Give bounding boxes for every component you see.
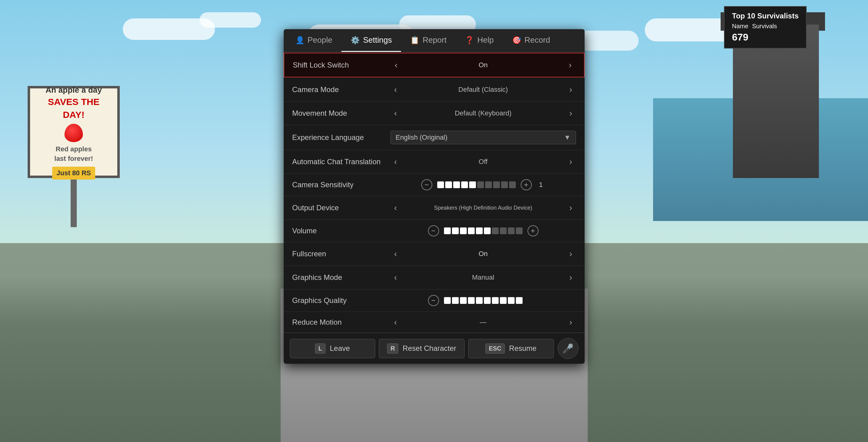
- fullscreen-control: ‹ On ›: [391, 248, 576, 260]
- leave-button[interactable]: L Leave: [290, 339, 375, 358]
- settings-list: Shift Lock Switch ‹ On › Camera Mode ‹ D…: [284, 53, 585, 333]
- reset-label: Reset Character: [403, 344, 456, 353]
- resume-label: Resume: [509, 344, 536, 353]
- auto-chat-value: Off: [406, 158, 561, 166]
- setting-movement-mode: Movement Mode ‹ Default (Keyboard) ›: [284, 102, 585, 125]
- setting-volume: Volume − +: [284, 220, 585, 242]
- settings-dialog: 👤 People ⚙️ Settings 📋 Report ❓ Help 🎯 R…: [284, 29, 585, 364]
- graphics-quality-label: Graphics Quality: [292, 296, 391, 305]
- camera-mode-value: Default (Classic): [406, 86, 561, 94]
- graphics-mode-next[interactable]: ›: [565, 271, 576, 284]
- tab-settings[interactable]: ⚙️ Settings: [341, 29, 401, 52]
- tab-record[interactable]: 🎯 Record: [503, 29, 559, 52]
- movement-mode-label: Movement Mode: [292, 109, 391, 118]
- vol-seg-6: [484, 227, 491, 234]
- resume-button[interactable]: ESC Resume: [468, 339, 554, 358]
- reset-key-badge: R: [387, 344, 398, 354]
- fullscreen-next[interactable]: ›: [565, 248, 576, 260]
- vol-seg-10: [516, 227, 523, 234]
- gq-seg-8: [500, 297, 507, 304]
- setting-output-device: Output Device ‹ Speakers (High Definitio…: [284, 196, 585, 220]
- vol-seg-3: [460, 227, 467, 234]
- output-device-control: ‹ Speakers (High Definition Audio Device…: [391, 202, 576, 214]
- leave-key-badge: L: [315, 344, 326, 354]
- graphics-mode-value: Manual: [406, 274, 561, 281]
- gq-seg-6: [484, 297, 491, 304]
- seg-1: [437, 181, 444, 188]
- movement-mode-next[interactable]: ›: [565, 107, 576, 119]
- vol-seg-2: [452, 227, 459, 234]
- vol-seg-4: [468, 227, 475, 234]
- auto-chat-next[interactable]: ›: [565, 156, 576, 168]
- volume-minus[interactable]: −: [428, 225, 439, 236]
- camera-mode-label: Camera Mode: [292, 85, 391, 94]
- vol-seg-5: [476, 227, 483, 234]
- fullscreen-prev[interactable]: ‹: [391, 248, 401, 260]
- movement-mode-value: Default (Keyboard): [406, 109, 561, 117]
- seg-6: [477, 181, 484, 188]
- camera-sensitivity-control: − + 1: [391, 179, 576, 190]
- seg-3: [453, 181, 460, 188]
- tab-report[interactable]: 📋 Report: [401, 29, 456, 52]
- movement-mode-prev[interactable]: ‹: [391, 107, 401, 119]
- mic-button[interactable]: 🎤: [558, 338, 579, 359]
- reduce-motion-control: ‹ — ›: [391, 316, 576, 328]
- output-device-next[interactable]: ›: [565, 202, 576, 214]
- vol-seg-8: [500, 227, 507, 234]
- reduce-motion-prev[interactable]: ‹: [391, 316, 401, 328]
- setting-camera-sensitivity: Camera Sensitivity −: [284, 174, 585, 196]
- shift-lock-next[interactable]: ›: [565, 59, 575, 71]
- graphics-quality-minus[interactable]: −: [428, 295, 439, 306]
- gq-seg-3: [460, 297, 467, 304]
- auto-chat-label: Automatic Chat Translation: [292, 157, 391, 166]
- seg-8: [493, 181, 500, 188]
- fullscreen-label: Fullscreen: [292, 250, 391, 258]
- output-device-label: Output Device: [292, 203, 391, 212]
- resume-key-badge: ESC: [486, 344, 505, 354]
- shift-lock-label: Shift Lock Switch: [293, 61, 391, 69]
- graphics-quality-control: − +: [391, 295, 576, 306]
- shift-lock-prev[interactable]: ‹: [391, 59, 401, 71]
- tab-settings-label: Settings: [363, 35, 392, 45]
- leave-label: Leave: [330, 344, 350, 353]
- language-dropdown[interactable]: English (Original) ▼: [391, 131, 576, 144]
- output-device-prev[interactable]: ‹: [391, 202, 401, 214]
- tab-people[interactable]: 👤 People: [286, 29, 342, 52]
- graphics-quality-track: [444, 297, 523, 304]
- seg-7: [485, 181, 492, 188]
- camera-mode-next[interactable]: ›: [565, 84, 576, 96]
- camera-sensitivity-minus[interactable]: −: [421, 179, 432, 190]
- language-dropdown-value: English (Original): [396, 133, 448, 141]
- gq-seg-4: [468, 297, 475, 304]
- vol-seg-1: [444, 227, 451, 234]
- report-icon: 📋: [410, 36, 420, 44]
- reduce-motion-next[interactable]: ›: [565, 316, 576, 328]
- tab-help-label: Help: [477, 35, 493, 45]
- vol-seg-7: [492, 227, 499, 234]
- mic-icon: 🎤: [562, 343, 574, 354]
- auto-chat-prev[interactable]: ‹: [391, 156, 401, 168]
- gq-seg-7: [492, 297, 499, 304]
- reduce-motion-value: —: [406, 318, 561, 326]
- gq-seg-1: [444, 297, 451, 304]
- tab-help[interactable]: ❓ Help: [456, 29, 503, 52]
- camera-mode-prev[interactable]: ‹: [391, 84, 401, 96]
- dropdown-arrow-icon: ▼: [564, 133, 571, 141]
- volume-control: − +: [391, 225, 576, 236]
- tab-report-label: Report: [423, 35, 446, 45]
- camera-sensitivity-plus[interactable]: +: [521, 179, 532, 190]
- gq-seg-10: [516, 297, 523, 304]
- volume-plus[interactable]: +: [527, 225, 538, 236]
- experience-language-label: Experience Language: [292, 133, 391, 142]
- camera-sensitivity-value: 1: [537, 181, 545, 189]
- movement-mode-control: ‹ Default (Keyboard) ›: [391, 107, 576, 119]
- setting-experience-language: Experience Language English (Original) ▼: [284, 125, 585, 150]
- seg-4: [461, 181, 468, 188]
- reset-character-button[interactable]: R Reset Character: [379, 339, 465, 358]
- record-icon: 🎯: [512, 36, 521, 44]
- auto-chat-control: ‹ Off ›: [391, 156, 576, 168]
- volume-track: [444, 227, 523, 234]
- setting-graphics-quality: Graphics Quality −: [284, 289, 585, 312]
- seg-2: [445, 181, 452, 188]
- graphics-mode-prev[interactable]: ‹: [391, 271, 401, 284]
